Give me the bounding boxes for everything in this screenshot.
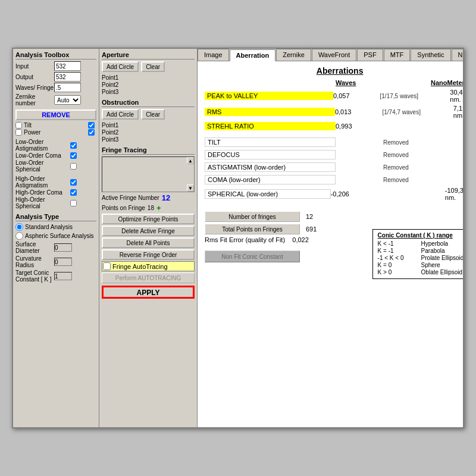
- ab-value-rms: 0,013: [335, 108, 383, 115]
- aspheric-label: Aspheric Surface Analysis: [25, 233, 94, 239]
- ab-bracket-rms: [1/74,7 waves]: [382, 109, 453, 115]
- lo-coma-checkbox[interactable]: [70, 152, 77, 159]
- obstruction-title: Obstruction: [102, 99, 195, 107]
- total-points-value: 691: [306, 226, 317, 233]
- analysis-type-title: Analysis Type: [15, 213, 96, 221]
- ab-label-astig: ASTIGMATISM (low-order): [205, 162, 336, 172]
- analysis-toolbox-title: Analysis Toolbox: [15, 51, 96, 60]
- waves-label: Waves/ Fringe: [15, 84, 54, 91]
- output-label: Output: [15, 74, 54, 80]
- autotracing-checkbox[interactable]: [103, 262, 111, 270]
- lo-spherical-label: Low-Order Spherical: [15, 159, 69, 173]
- lo-astig-checkbox[interactable]: [70, 142, 77, 149]
- conic-range-3: K = 0: [378, 262, 416, 268]
- conic-shape-2: Prolate Ellipsoid: [421, 255, 463, 261]
- tab-psf[interactable]: PSF: [357, 49, 383, 61]
- num-fringes-button[interactable]: Number of fringes: [205, 211, 300, 222]
- rms-fit-value: 0,022: [292, 236, 309, 243]
- delete-active-button[interactable]: Delete Active Fringe: [102, 226, 195, 236]
- autotracing-label: Fringe AutoTracing: [112, 263, 168, 270]
- ab-row-defocus: DEFOCUS Removed: [205, 149, 463, 160]
- aperture-point2: Point2: [102, 82, 195, 88]
- tab-synthetic[interactable]: Synthetic: [411, 49, 450, 61]
- tab-notes[interactable]: Notes: [452, 49, 463, 61]
- target-conic-field[interactable]: [54, 272, 72, 280]
- hi-astig-checkbox[interactable]: [70, 179, 77, 186]
- active-fringe-number: 12: [162, 193, 170, 202]
- rms-fit-label: Rms Fit Error (quality of Fit): [205, 236, 285, 243]
- tab-mtf[interactable]: MTF: [384, 49, 411, 61]
- surface-diameter-field[interactable]: [54, 243, 72, 252]
- lo-coma-label: Low-Order Coma: [15, 152, 69, 159]
- hi-astig-row: High-Order Astigmatism: [15, 176, 96, 189]
- ab-bracket-defocus: Removed: [383, 152, 455, 158]
- standard-radio-row: Standard Analysis: [15, 223, 96, 231]
- tilt-check2[interactable]: [88, 122, 95, 129]
- points-on-fringe-value: 18: [148, 205, 154, 211]
- input-field[interactable]: [54, 61, 81, 71]
- power-checkbox[interactable]: [15, 129, 22, 136]
- aperture-title: Aperture: [102, 51, 195, 60]
- apply-button[interactable]: APPLY: [102, 286, 195, 299]
- optimize-fringe-button[interactable]: Optimize Fringe Points: [102, 214, 195, 224]
- fringe-info-row: Active Fringe Number 12: [102, 193, 195, 202]
- curvature-field[interactable]: [54, 258, 72, 266]
- obstruction-section: Obstruction Add Circle Clear Point1 Poin…: [102, 99, 195, 143]
- remove-button[interactable]: REMOVE: [15, 109, 96, 120]
- aspheric-radio[interactable]: [15, 232, 23, 240]
- tilt-label: Tilt: [24, 122, 32, 129]
- ab-nm-spherical: -109,3 nm.: [445, 187, 463, 201]
- standard-radio[interactable]: [15, 223, 23, 231]
- right-panel: Image Aberration Zernike WaveFront PSF M…: [198, 49, 463, 427]
- app-window: Analysis Toolbox Input Output Waves/ Fri…: [12, 48, 464, 428]
- conic-row-4: K > 0 Oblate Ellipsoid: [378, 269, 463, 275]
- lo-astig-label: Low-Order Astigmatism: [15, 139, 69, 152]
- power-check2[interactable]: [88, 129, 95, 136]
- tab-zernike[interactable]: Zernike: [276, 49, 311, 61]
- delete-all-button[interactable]: Delete All Points: [102, 237, 195, 248]
- tab-wavefront[interactable]: WaveFront: [312, 49, 356, 61]
- ab-bracket-astig: Removed: [383, 164, 455, 171]
- aperture-point1: Point1: [102, 74, 195, 81]
- waves-field[interactable]: [54, 83, 81, 92]
- fringe-scroll-up[interactable]: ▲: [187, 157, 194, 164]
- points-on-fringe-label: Points on Fringe: [102, 205, 145, 211]
- fringe-scroll-down[interactable]: ▼: [187, 184, 194, 192]
- ab-col-nm-header: NanoMeters: [431, 79, 463, 86]
- hi-astig-label: High-Order Astigmatism: [15, 176, 69, 189]
- ab-value-strehl: 0,993: [336, 123, 383, 130]
- hi-spherical-checkbox[interactable]: [70, 200, 77, 206]
- lo-spherical-row: Low-Order Spherical: [15, 159, 96, 173]
- clear-button[interactable]: Clear: [141, 61, 165, 72]
- ab-row-spherical: SPHERICAL (low-order) -0,206 -109,3 nm.: [205, 187, 463, 201]
- add-circle-button[interactable]: Add Circle: [102, 61, 139, 72]
- points-on-fringe-row: Points on Fringe 18 +: [102, 203, 195, 212]
- ab-value-spherical: -0,206: [331, 190, 377, 198]
- total-points-button[interactable]: Total Points on Fringes: [205, 224, 300, 234]
- ab-col-waves-header: Waves: [336, 79, 431, 86]
- conic-range-0: K < -1: [378, 240, 416, 247]
- target-conic-row: Target Conic Constant [ K ]: [15, 270, 96, 283]
- hi-coma-checkbox[interactable]: [70, 189, 77, 196]
- reverse-fringe-button[interactable]: Reverse Fringe Order: [102, 249, 195, 260]
- obs-add-circle-button[interactable]: Add Circle: [102, 109, 139, 120]
- conic-row-1: K = -1 Parabola: [378, 248, 463, 254]
- tilt-checkbox[interactable]: [15, 122, 22, 129]
- fit-conic-button[interactable]: Non Fit Conic Constant: [205, 250, 300, 262]
- ab-bracket-ptv: [1/17,5 waves]: [380, 93, 450, 99]
- aperture-point3: Point3: [102, 89, 195, 95]
- power-row: Power: [15, 129, 96, 136]
- tab-aberration[interactable]: Aberration: [230, 49, 276, 61]
- fringe-plus-icon: +: [156, 203, 161, 212]
- conic-range-4: K > 0: [378, 269, 416, 275]
- obs-clear-button[interactable]: Clear: [141, 109, 165, 120]
- conic-title: Conic Constant ( K ) range: [378, 232, 463, 239]
- zernike-select[interactable]: Auto: [54, 95, 81, 105]
- output-field[interactable]: [54, 72, 81, 82]
- obs-point1: Point1: [102, 122, 195, 129]
- tab-image[interactable]: Image: [198, 49, 229, 61]
- perform-autotracing-button[interactable]: Perform AUTOTRACING: [102, 273, 195, 283]
- ab-label-spherical: SPHERICAL (low-order): [205, 189, 331, 199]
- ab-row-coma: COMA (low-order) Removed: [205, 174, 463, 185]
- lo-spherical-checkbox[interactable]: [70, 163, 77, 170]
